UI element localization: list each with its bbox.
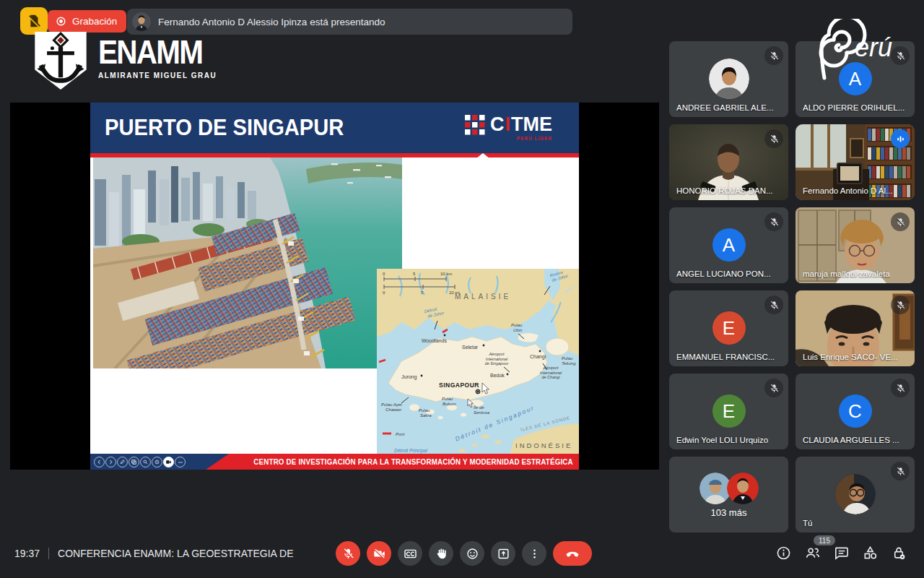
slide-footer-text: CENTRO DE INVESTIGACIÓN PARA LA TRANSFOR… <box>253 457 573 466</box>
port-aerial-photo <box>93 158 402 368</box>
overflow-count: 103 más <box>669 507 788 518</box>
meeting-details-button[interactable] <box>774 543 793 563</box>
divider <box>48 548 49 559</box>
svg-text:de Singapour: de Singapour <box>485 361 510 366</box>
more-options-button[interactable] <box>522 541 546 566</box>
self-tile[interactable]: Tú <box>796 457 915 532</box>
chat-icon <box>833 545 850 561</box>
avatar: A <box>712 228 746 262</box>
svg-text:Seletar: Seletar <box>462 345 479 350</box>
svg-text:Pulau: Pulau <box>562 356 573 361</box>
participant-tile-emmanuel[interactable]: E EMMANUEL FRANCISC... <box>669 290 788 366</box>
prev-page-button[interactable] <box>94 457 105 467</box>
svg-text:10 km: 10 km <box>440 272 452 276</box>
meeting-info: 19:37 CONFERENCIA ENAMM: LA GEOESTRATEGI… <box>14 543 296 564</box>
svg-text:Île de: Île de <box>474 405 484 410</box>
people-panel-button[interactable] <box>803 543 822 563</box>
audio-active-icon <box>891 129 910 148</box>
participant-name: EMMANUEL FRANCISC... <box>676 353 775 361</box>
slide-footer-banner: CENTRO DE INVESTIGACIÓN PARA LA TRANSFOR… <box>206 454 579 470</box>
svg-text:Tekong: Tekong <box>562 361 576 366</box>
viewer-toolbar <box>94 457 186 467</box>
enamm-title: ENAMM <box>98 38 208 66</box>
participants-sidebar: ANDREE GABRIEL ALE... A ALDO PIERRE ORIH… <box>669 41 915 532</box>
svg-text:SINGAPOUR: SINGAPOUR <box>439 381 479 389</box>
present-button[interactable] <box>491 541 515 566</box>
citme-logo: CITME PERÚ LÍDER <box>465 115 552 141</box>
camera-tool-button[interactable] <box>163 457 174 467</box>
presentation-slide: PUERTO DE SINGAPUR CITME PERÚ LÍDER <box>90 103 579 470</box>
svg-text:Ubin: Ubin <box>513 328 523 332</box>
next-page-button[interactable] <box>105 457 116 467</box>
participant-name: ALDO PIERRE ORIHUEL... <box>803 103 905 112</box>
svg-text:Aéroport: Aéroport <box>488 352 505 356</box>
mic-off-icon <box>764 212 783 231</box>
chat-panel-button[interactable] <box>832 543 851 563</box>
mic-off-icon <box>891 296 910 314</box>
mic-off-icon <box>891 462 910 480</box>
captions-icon <box>404 547 417 561</box>
present-icon <box>497 547 510 561</box>
participant-name: maruja mallqui zavaleta <box>803 269 890 278</box>
avatar: C <box>839 394 872 428</box>
enamm-shield-icon <box>33 30 88 91</box>
pen-button[interactable] <box>117 457 128 467</box>
svg-text:MALAISIE: MALAISIE <box>455 293 511 301</box>
overflow-tile[interactable]: 103 más <box>669 457 788 532</box>
enamm-logo: ENAMM ALMIRANTE MIGUEL GRAU <box>33 30 223 91</box>
info-icon <box>775 545 792 561</box>
citme-tme: TME <box>511 115 552 134</box>
citme-c: C <box>490 115 505 134</box>
raise-hand-button[interactable] <box>429 541 453 566</box>
participant-tile-luis[interactable]: Luis Enrique SACO- VE... <box>796 290 915 366</box>
avatar <box>835 474 876 514</box>
call-controls <box>336 541 592 566</box>
recording-chip: Grabación <box>48 10 126 33</box>
participant-name: Tú <box>803 519 812 527</box>
clock-time: 19:37 <box>14 548 40 559</box>
host-controls-button[interactable] <box>889 543 909 563</box>
participant-name: CLAUDIA ARGUELLES ... <box>803 436 899 444</box>
reactions-button[interactable] <box>460 541 484 566</box>
citme-grid-icon <box>465 115 485 135</box>
presenter-banner-text: Fernando Antonio D Alessio Ipinza está p… <box>158 17 385 27</box>
mic-toggle-button[interactable] <box>336 541 360 566</box>
recording-label: Grabación <box>72 16 117 27</box>
participant-name: Edwin Yoel LOLI Urquizo <box>676 436 768 444</box>
participant-tile-fernando[interactable]: Fernando Antonio D Al... <box>796 124 915 200</box>
participant-tile-aldo[interactable]: A ALDO PIERRE ORIHUEL... <box>796 41 915 117</box>
participant-name: ANDREE GABRIEL ALE... <box>676 103 773 112</box>
laser-button[interactable] <box>152 457 162 467</box>
svg-text:Chawan: Chawan <box>385 407 402 412</box>
svg-text:de Changi: de Changi <box>541 375 560 379</box>
svg-text:Jurong: Jurong <box>401 374 417 380</box>
participant-tile-angel[interactable]: A ANGEL LUCIANO PON... <box>669 207 788 283</box>
mic-off-icon <box>764 129 783 148</box>
camera-toggle-button[interactable] <box>367 541 391 566</box>
zoom-out-button[interactable] <box>140 457 151 467</box>
avatar: E <box>712 394 746 428</box>
meeting-title: CONFERENCIA ENAMM: LA GEOESTRATEGIA DE L… <box>58 548 296 559</box>
participant-tile-edwin[interactable]: E Edwin Yoel LOLI Urquizo <box>669 374 788 449</box>
overflow-avatars <box>699 473 759 504</box>
participant-tile-honorio[interactable]: HONORIO ROJAS DAN... <box>669 124 788 200</box>
hand-icon <box>435 547 448 561</box>
leave-call-button[interactable] <box>553 541 592 566</box>
pages-button[interactable] <box>128 457 139 467</box>
enamm-subtitle: ALMIRANTE MIGUEL GRAU <box>98 71 217 79</box>
slide-title: PUERTO DE SINGAPUR <box>105 115 344 141</box>
hangup-icon <box>565 545 580 561</box>
participant-tile-andree[interactable]: ANDREE GABRIEL ALE... <box>669 41 788 117</box>
svg-text:Pulau Ayer: Pulau Ayer <box>381 402 403 407</box>
more-tools-button[interactable] <box>175 457 186 467</box>
mic-off-icon <box>764 46 783 65</box>
participant-tile-claudia[interactable]: C CLAUDIA ARGUELLES ... <box>796 374 915 449</box>
svg-text:Pulau: Pulau <box>442 397 453 401</box>
participant-tile-maruja[interactable]: maruja mallqui zavaleta <box>796 207 915 283</box>
participant-count-badge: 115 <box>814 535 835 545</box>
avatar: E <box>712 311 746 345</box>
more-vert-icon <box>528 547 541 561</box>
activities-button[interactable] <box>860 543 880 563</box>
svg-text:Pulau: Pulau <box>511 323 523 327</box>
captions-button[interactable] <box>398 541 422 566</box>
